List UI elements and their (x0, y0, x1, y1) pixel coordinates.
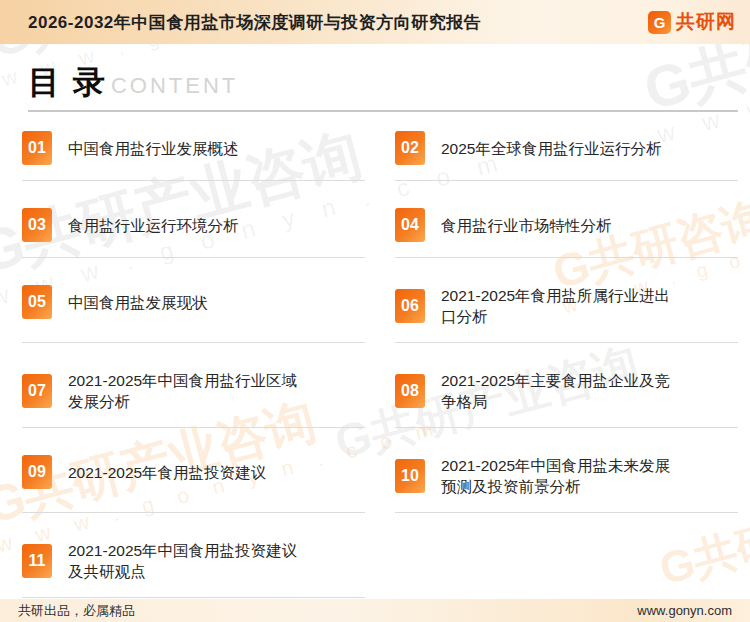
item-title: 2021-2025年食用盐投资建议 (68, 462, 266, 483)
toc-item-08: 08 2021-2025年主要食用盐企业及竞 争格局 (395, 370, 738, 428)
footer-slogan: 共研出品，必属精品 (18, 602, 135, 620)
item-number-badge: 06 (395, 289, 425, 323)
brand-logo-text: 共研网 (676, 9, 736, 35)
item-number-badge: 03 (22, 208, 52, 242)
item-title: 中国食用盐行业发展概述 (68, 138, 239, 159)
toc-item-03: 03 食用盐行业运行环境分析 (22, 208, 365, 258)
toc-item-10: 10 2021-2025年中国食用盐未来发展 预测及投资前景分析 (395, 455, 738, 513)
item-title: 2021-2025年主要食用盐企业及竞 争格局 (441, 370, 670, 412)
footer-url[interactable]: www.gonyn.com (637, 603, 732, 618)
item-number-badge: 10 (395, 459, 425, 493)
item-number-badge: 09 (22, 455, 52, 489)
item-title: 2025年全球食用盐行业运行分析 (441, 138, 661, 159)
toc-subtitle: CONTENT (111, 73, 238, 99)
toc-item-09: 09 2021-2025年食用盐投资建议 (22, 455, 365, 513)
report-title: 2026-2032年中国食用盐市场深度调研与投资方向研究报告 (28, 11, 481, 34)
toc-cell-empty (395, 540, 738, 598)
item-number-badge: 11 (22, 544, 52, 578)
toc-title: 目 录 (28, 64, 107, 100)
item-number-badge: 07 (22, 374, 52, 408)
brand-logo[interactable]: G 共研网 (648, 9, 736, 35)
item-number-badge: 05 (22, 285, 52, 319)
item-title: 2021-2025年食用盐所属行业进出 口分析 (441, 285, 670, 327)
brand-logo-icon: G (648, 11, 671, 34)
toc-item-07: 07 2021-2025年中国食用盐行业区域 发展分析 (22, 370, 365, 428)
toc-grid: 01 中国食用盐行业发展概述 02 2025年全球食用盐行业运行分析 03 食用… (22, 131, 738, 598)
footer-bar: 共研出品，必属精品 www.gonyn.com (0, 599, 750, 622)
item-number-badge: 02 (395, 131, 425, 165)
report-toc-page: G共研产业咨询 w w w . g o n y n . c o m G共研咨询 … (0, 0, 750, 622)
toc-item-02: 02 2025年全球食用盐行业运行分析 (395, 131, 738, 181)
item-number-badge: 08 (395, 374, 425, 408)
toc-item-11: 11 2021-2025年中国食用盐投资建议 及共研观点 (22, 540, 365, 598)
item-title: 2021-2025年中国食用盐行业区域 发展分析 (68, 370, 297, 412)
item-title: 2021-2025年中国食用盐未来发展 预测及投资前景分析 (441, 455, 670, 497)
toc-item-05: 05 中国食用盐发展现状 (22, 285, 365, 343)
item-number-badge: 04 (395, 208, 425, 242)
toc-header: 目 录 CONTENT (28, 64, 738, 112)
toc-item-06: 06 2021-2025年食用盐所属行业进出 口分析 (395, 285, 738, 343)
toc-item-01: 01 中国食用盐行业发展概述 (22, 131, 365, 181)
item-title: 2021-2025年中国食用盐投资建议 及共研观点 (68, 540, 297, 582)
toc-item-04: 04 食用盐行业市场特性分析 (395, 208, 738, 258)
header-bar: 2026-2032年中国食用盐市场深度调研与投资方向研究报告 G 共研网 (0, 0, 750, 44)
item-title: 食用盐行业运行环境分析 (68, 215, 239, 236)
item-number-badge: 01 (22, 131, 52, 165)
item-title: 中国食用盐发展现状 (68, 292, 208, 313)
item-title: 食用盐行业市场特性分析 (441, 215, 612, 236)
toc-content: 目 录 CONTENT 01 中国食用盐行业发展概述 02 2025年全球食用盐… (0, 44, 750, 599)
